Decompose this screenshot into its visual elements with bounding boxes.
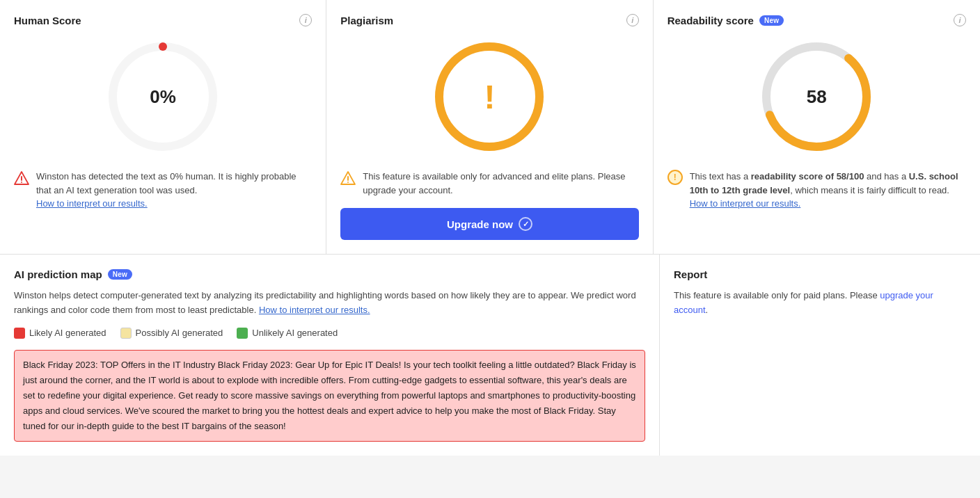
human-score-alert-text: Winston has detected the text as 0% huma…: [36, 170, 312, 211]
readability-warning-icon: !: [667, 170, 683, 185]
svg-point-4: [21, 182, 22, 183]
plagiarism-alert-text: This feature is available only for advan…: [363, 170, 638, 197]
readability-header: Readability score New i: [667, 14, 966, 26]
possibly-color-dot: [120, 328, 132, 339]
human-score-info-icon[interactable]: i: [299, 14, 312, 26]
ai-map-new-badge: New: [108, 269, 132, 280]
ai-map-title: AI prediction map: [14, 268, 102, 280]
readability-info-icon[interactable]: i: [954, 14, 966, 26]
plagiarism-circle: !: [430, 38, 548, 156]
likely-color-dot: [14, 328, 25, 339]
human-score-alert: Winston has detected the text as 0% huma…: [14, 170, 312, 211]
plagiarism-card: Plagiarism i ! This feature is available…: [326, 0, 653, 254]
ai-map-card: AI prediction map New Winston helps dete…: [0, 255, 660, 456]
legend-possibly: Possibly AI generated: [120, 328, 223, 339]
human-score-value: 0%: [150, 86, 176, 108]
plagiarism-header: Plagiarism i: [340, 14, 638, 26]
legend-likely: Likely AI generated: [14, 328, 106, 339]
human-score-header: Human Score i: [14, 14, 312, 26]
ai-map-description: Winston helps detect computer-generated …: [14, 289, 645, 318]
human-score-card: Human Score i 0% Winston has detected th…: [0, 0, 326, 254]
human-score-chart: 0%: [14, 38, 312, 156]
plagiarism-alert: This feature is available only for advan…: [340, 170, 638, 197]
check-circle-icon: ✓: [519, 217, 532, 231]
plagiarism-title: Plagiarism: [340, 15, 393, 26]
readability-new-badge: New: [759, 15, 784, 26]
readability-title: Readability score: [667, 15, 754, 26]
plagiarism-chart: !: [340, 38, 638, 156]
bottom-grid: AI prediction map New Winston helps dete…: [0, 255, 980, 456]
plagiarism-info-icon[interactable]: i: [626, 14, 639, 26]
legend-unlikely: Unlikely AI generated: [237, 328, 338, 339]
legend-possibly-label: Possibly AI generated: [136, 328, 223, 338]
readability-card: Readability score New i 58 ! This text h…: [654, 0, 980, 254]
readability-alert-text: This text has a readability score of 58/…: [690, 170, 966, 211]
report-header: Report: [674, 268, 966, 280]
legend-unlikely-label: Unlikely AI generated: [252, 328, 338, 338]
upgrade-button[interactable]: Upgrade now ✓: [340, 208, 638, 240]
readability-alert: ! This text has a readability score of 5…: [667, 170, 966, 211]
svg-point-8: [347, 182, 349, 183]
ai-highlighted-text: Black Friday 2023: TOP Offers in the IT …: [14, 350, 645, 442]
human-score-title: Human Score: [14, 15, 81, 26]
report-title: Report: [674, 268, 707, 280]
warning-icon: [14, 170, 29, 186]
readability-link[interactable]: How to interpret our results.: [690, 198, 801, 209]
human-score-circle: 0%: [104, 38, 222, 156]
readability-chart: 58: [667, 38, 966, 156]
plagiarism-warning-icon: [340, 170, 356, 186]
top-grid: Human Score i 0% Winston has detected th…: [0, 0, 980, 255]
ai-map-header: AI prediction map New: [14, 268, 645, 280]
readability-circle: 58: [757, 38, 876, 156]
readability-value: 58: [807, 86, 827, 108]
ai-map-link[interactable]: How to interpret our results.: [259, 305, 370, 315]
report-description: This feature is available only for paid …: [674, 289, 966, 318]
unlikely-color-dot: [237, 328, 248, 339]
legend-likely-label: Likely AI generated: [29, 328, 106, 338]
report-card: Report This feature is available only fo…: [660, 255, 980, 456]
ai-map-legend: Likely AI generated Possibly AI generate…: [14, 328, 645, 339]
plagiarism-symbol: !: [484, 78, 495, 116]
human-score-link[interactable]: How to interpret our results.: [36, 198, 148, 209]
